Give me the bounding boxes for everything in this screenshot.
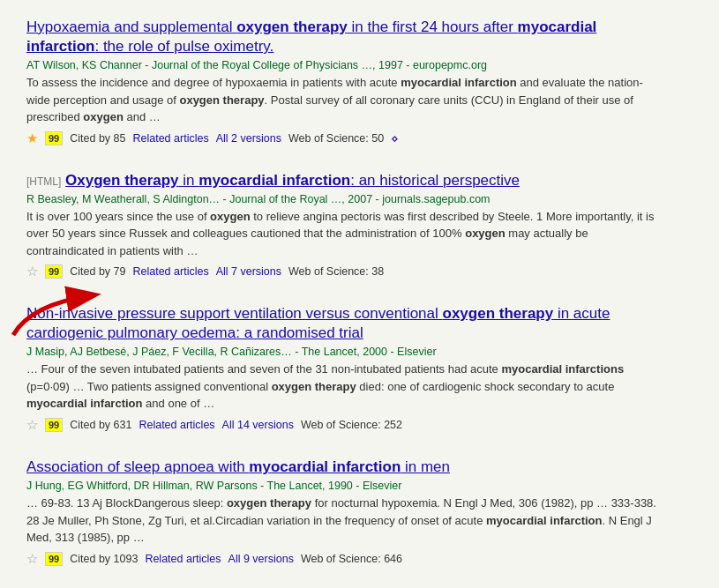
related-articles-link[interactable]: Related articles (132, 265, 208, 278)
result-meta: J Masip, AJ Betbesé, J Páez, F Vecilla, … (26, 346, 662, 358)
result-actions: ☆ 99 Cited by 631 Related articles All 1… (26, 417, 662, 433)
result-title: Non-invasive pressure support ventilatio… (26, 304, 662, 343)
result-snippet: To assess the incidence and degree of hy… (26, 74, 662, 126)
cite-badge[interactable]: 99 (45, 131, 63, 145)
web-of-science-text: Web of Science: 50 (288, 132, 384, 145)
versions-link[interactable]: All 7 versions (216, 265, 281, 278)
related-articles-link[interactable]: Related articles (145, 553, 221, 565)
result-meta: R Beasley, M Weatherall, S Aldington… - … (26, 193, 662, 205)
related-articles-link[interactable]: Related articles (139, 419, 214, 431)
cite-badge[interactable]: 99 (45, 418, 63, 432)
result-title-link[interactable]: Non-invasive pressure support ventilatio… (26, 305, 610, 341)
versions-link[interactable]: All 14 versions (222, 419, 294, 431)
search-results: Hypoxaemia and supplemental oxygen thera… (26, 18, 693, 567)
result-title: Hypoxaemia and supplemental oxygen thera… (26, 18, 662, 56)
result-title: [HTML] Oxygen therapy in myocardial infa… (26, 171, 662, 190)
web-of-science-text: Web of Science: 252 (301, 419, 402, 431)
web-of-science-text: Web of Science: 38 (288, 265, 384, 278)
star-outline-icon[interactable]: ☆ (26, 551, 38, 567)
search-result-item: Hypoxaemia and supplemental oxygen thera… (26, 18, 662, 146)
result-meta: J Hung, EG Whitford, DR Hillman, RW Pars… (26, 480, 662, 492)
star-outline-icon[interactable]: ☆ (26, 264, 38, 279)
result-title: Association of sleep apnoea with myocard… (26, 458, 662, 477)
versions-link[interactable]: All 9 versions (228, 553, 294, 565)
cite-badge[interactable]: 99 (45, 264, 63, 279)
result-title-link[interactable]: Hypoxaemia and supplemental oxygen thera… (26, 19, 596, 55)
versions-link[interactable]: All 2 versions (216, 132, 281, 145)
star-filled-icon[interactable]: ★ (26, 130, 38, 146)
result-actions: ★ 99 Cited by 85 Related articles All 2 … (26, 130, 662, 146)
result-actions: ☆ 99 Cited by 79 Related articles All 7 … (26, 264, 662, 279)
result-snippet: It is over 100 years since the use of ox… (26, 208, 662, 260)
web-of-science-text: Web of Science: 646 (301, 553, 402, 565)
cite-badge[interactable]: 99 (45, 552, 63, 566)
html-label: [HTML] (26, 175, 61, 188)
cited-by-text: Cited by 79 (70, 265, 125, 278)
cited-by-text: Cited by 1093 (70, 553, 138, 565)
result-snippet: … 69-83. 13 Aj BlockDangerous sleep: oxy… (26, 495, 662, 547)
cited-by-text: Cited by 631 (70, 419, 131, 431)
related-articles-link[interactable]: Related articles (132, 132, 208, 145)
star-outline-icon[interactable]: ☆ (26, 417, 38, 433)
search-result-item: Association of sleep apnoea with myocard… (26, 458, 662, 567)
result-snippet: … Four of the seven intubated patients a… (26, 361, 662, 413)
cited-by-text: Cited by 85 (70, 132, 125, 145)
result-title-link[interactable]: Association of sleep apnoea with myocard… (26, 458, 450, 475)
more-icon[interactable]: ⋄ (391, 131, 399, 145)
search-result-item: [HTML] Oxygen therapy in myocardial infa… (26, 171, 662, 280)
result-actions: ☆ 99 Cited by 1093 Related articles All … (26, 551, 662, 567)
result-title-link[interactable]: Oxygen therapy in myocardial infarction:… (65, 172, 520, 189)
result-meta: AT Wilson, KS Channer - Journal of the R… (26, 59, 662, 71)
search-result-item: Non-invasive pressure support ventilatio… (26, 304, 662, 433)
